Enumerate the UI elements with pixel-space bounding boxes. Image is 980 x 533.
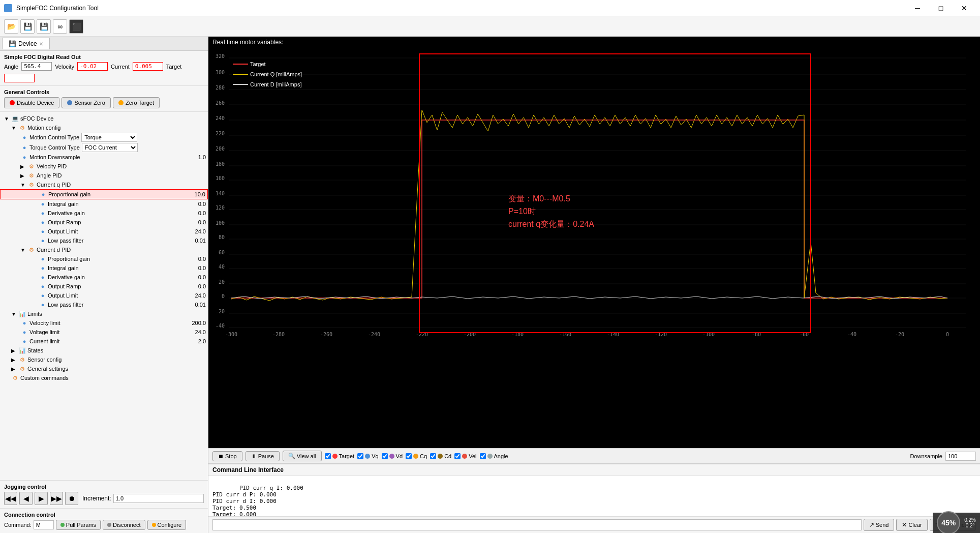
svg-text:300: 300 [216,70,225,75]
maximize-button[interactable]: □ [929,0,953,16]
save-as-button[interactable]: 💾 [37,19,51,34]
out-ramp-d-row: ● Output Ramp 0.0 [0,282,208,291]
jog-forward-button[interactable]: ▶ [35,492,48,505]
prop-gain-d-label: Proportional gain [48,256,90,262]
disconnect-button[interactable]: Disconnect [103,520,145,530]
motion-ctrl-label: Motion Control Type [29,134,79,140]
angle-pid-row[interactable]: ▶ ⚙ Angle PID [0,171,208,180]
chart-controls: ⏹ Stop ⏸ Pause 🔍 View all Target Vq [208,448,980,464]
pull-params-icon [60,523,65,527]
close-button[interactable]: ✕ [953,0,976,16]
loop-button[interactable]: ∞ [53,19,67,34]
cpu-percent: 45% [941,519,956,527]
custom-commands-row[interactable]: ⚙ Custom commands [0,373,208,382]
current-q-pid-row[interactable]: ▼ ⚙ Current q PID [0,180,208,189]
prop-gain-q-value: 10.0 [195,191,205,197]
zero-icon [118,100,124,105]
current-d-pid-row[interactable]: ▼ ⚙ Current d PID [0,245,208,254]
view-all-label: View all [297,453,316,459]
zero-label: Zero Target [126,100,154,106]
vd-checkbox[interactable] [382,453,388,459]
save-button[interactable]: 💾 [20,19,35,34]
cmd-log: PID curr q I: 0.000 PID curr d P: 0.000 … [208,476,980,517]
states-arrow-icon: ▶ [11,348,18,353]
target-checkbox[interactable] [325,453,331,459]
command-input[interactable] [34,520,54,529]
pause-button[interactable]: ⏸ Pause [246,451,280,461]
angle-checkbox[interactable] [480,453,486,459]
jog-record-button[interactable]: ⏺ [65,492,78,505]
pull-params-button[interactable]: Pull Params [56,520,101,530]
tab-close-icon[interactable]: ✕ [39,41,43,47]
motion-config-row[interactable]: ▼ ⚙ Motion config [0,123,208,132]
root-icon: 💻 [11,114,19,123]
svg-text:Current D [miliAmps]: Current D [miliAmps] [250,81,301,87]
motion-ds-icon: ● [20,153,28,161]
sensor-cfg-arrow-icon: ▶ [11,357,18,363]
chart-svg: 320 300 280 260 240 220 200 180 160 140 … [208,49,980,448]
prop-gain-q-icon: ● [39,190,47,198]
svg-text:-20: -20 [895,332,904,337]
torque-ctrl-select[interactable]: FOC CurrentDC CurrentVoltage [82,143,138,152]
disable-device-button[interactable]: Disable Device [4,97,59,108]
out-ramp-q-icon: ● [39,218,47,226]
app-title: SimpleFOC Configuration Tool [16,5,99,12]
configure-label: Configure [158,522,182,528]
int-gain-d-label: Integral gain [48,265,79,271]
velocity-pid-row[interactable]: ▶ ⚙ Velocity PID [0,162,208,171]
legend-vel: Vel [454,453,476,459]
tab-label: Device [18,40,37,47]
root-arrow-icon: ▼ [4,116,11,122]
svg-rect-0 [208,49,980,448]
curr-d-label: Current d PID [37,247,71,253]
command-line-area: Command Line Interface PID curr q I: 0.0… [208,464,980,533]
configure-button[interactable]: Configure [147,520,187,530]
motion-ctrl-select[interactable]: TorqueVelocityAngle [81,133,137,142]
pause-label: Pause [258,453,274,459]
device-tab[interactable]: 💾 Device ✕ [2,38,50,49]
current-value[interactable] [133,62,163,71]
curr-q-arrow-icon: ▼ [20,182,27,188]
velocity-value[interactable] [77,62,108,71]
view-all-button[interactable]: 🔍 View all [283,451,322,461]
jog-back-fast-button[interactable]: ◀◀ [4,492,17,505]
tree-root[interactable]: ▼ 💻 sFOC Device [0,114,208,123]
sensor-zero-button[interactable]: Sensor Zero [62,97,111,108]
vel-limit-label: Velocity limit [29,320,60,326]
stop-button[interactable]: ⏹ Stop [212,451,242,461]
lpf-q-icon: ● [39,236,47,245]
jog-back-button[interactable]: ◀ [19,492,33,505]
states-row[interactable]: ▶ 📊 States [0,346,208,355]
send-label: Send [876,522,889,528]
vel-checkbox[interactable] [454,453,461,459]
cmd-input[interactable] [212,519,862,530]
svg-text:-40: -40 [847,332,856,337]
vq-checkbox[interactable] [357,453,363,459]
jog-forward-fast-button[interactable]: ▶▶ [50,492,63,505]
out-limit-q-label: Output Limit [48,228,78,234]
zero-target-button[interactable]: Zero Target [113,97,160,108]
minimize-button[interactable]: ─ [906,0,929,16]
sensor-config-row[interactable]: ▶ ⚙ Sensor config [0,355,208,364]
volt-limit-value: 24.0 [195,329,206,335]
temp2: 0.2° [966,523,975,528]
vel-legend-label: Vel [469,453,476,459]
limits-row[interactable]: ▼ 📊 Limits [0,309,208,318]
prop-gain-d-value: 0.0 [198,256,206,262]
deriv-gain-q-label: Derivative gain [48,210,85,216]
target-value[interactable] [4,74,35,82]
downsample-input[interactable] [945,452,976,461]
sensor-cfg-label: Sensor config [27,357,62,363]
send-button[interactable]: ↗ Send [864,519,895,531]
cq-checkbox[interactable] [406,453,412,459]
svg-text:280: 280 [216,85,225,91]
angle-value[interactable] [21,62,52,71]
open-button[interactable]: 📂 [4,19,18,34]
cd-checkbox[interactable] [430,453,436,459]
connection-title: Connection control [4,512,204,518]
increment-input[interactable] [113,494,204,503]
terminal-button[interactable]: ⬛ [69,19,83,34]
gen-settings-row[interactable]: ▶ ⚙ General settings [0,364,208,373]
clear-button[interactable]: ✕ Clear [896,519,927,531]
out-ramp-d-icon: ● [39,282,47,290]
